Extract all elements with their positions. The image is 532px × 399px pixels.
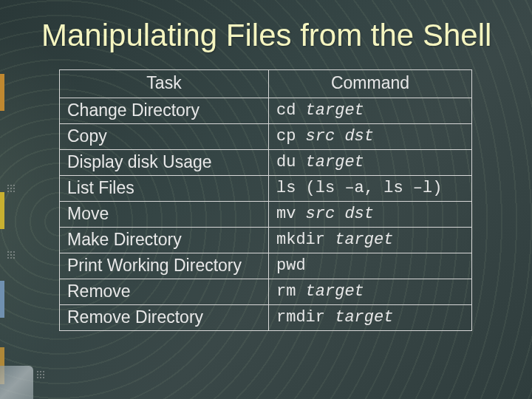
command-arg: target <box>306 101 364 120</box>
cell-task: Change Directory <box>60 98 269 124</box>
cell-task: Make Directory <box>60 228 269 253</box>
cell-task: Print Working Directory <box>60 253 269 279</box>
cell-command: pwd <box>269 253 472 279</box>
command-arg: target <box>306 153 364 171</box>
command-name: cp <box>276 127 296 146</box>
table-row: Removerm target <box>60 279 472 305</box>
command-arg: target <box>335 308 393 327</box>
decoration-dots <box>7 185 30 207</box>
cell-command: du target <box>269 150 472 176</box>
table-row: Display disk Usagedu target <box>60 150 472 176</box>
table-row: Make Directorymkdir target <box>60 228 472 253</box>
page-corner-fold <box>0 366 33 399</box>
cell-command: mv src dst <box>269 202 472 228</box>
command-tail: (ls –a, ls –l) <box>306 179 443 197</box>
command-arg: src dst <box>306 205 374 223</box>
cell-command: cp src dst <box>269 124 472 150</box>
accent-stripe <box>0 74 4 111</box>
decoration-dots <box>7 251 30 273</box>
command-name: du <box>276 153 296 171</box>
table-row: Print Working Directorypwd <box>60 253 472 279</box>
command-arg: src dst <box>306 127 374 146</box>
command-name: cd <box>276 101 296 120</box>
command-arg: target <box>306 282 364 301</box>
command-name: rmdir <box>276 308 325 327</box>
cell-task: Display disk Usage <box>60 150 269 176</box>
header-task: Task <box>60 70 269 98</box>
command-name: mkdir <box>276 231 325 249</box>
cell-command: ls (ls –a, ls –l) <box>269 176 472 202</box>
accent-stripe <box>0 192 4 229</box>
command-arg: target <box>335 231 393 249</box>
commands-table: Task Command Change Directorycd targetCo… <box>59 69 472 331</box>
command-name: ls <box>276 179 296 197</box>
cell-task: Remove Directory <box>60 305 269 331</box>
cell-task: Remove <box>60 279 269 305</box>
header-command: Command <box>269 70 472 98</box>
table-row: Change Directorycd target <box>60 98 472 124</box>
cell-command: cd target <box>269 98 472 124</box>
command-name: pwd <box>276 256 306 275</box>
table-row: Movemv src dst <box>60 202 472 228</box>
cell-command: rm target <box>269 279 472 305</box>
decoration-dots <box>37 371 59 393</box>
accent-stripe <box>0 281 4 318</box>
cell-task: List Files <box>60 176 269 202</box>
table-row: Remove Directoryrmdir target <box>60 305 472 331</box>
slide-title: Manipulating Files from the Shell <box>0 0 532 53</box>
table-row: Copycp src dst <box>60 124 472 150</box>
cell-task: Move <box>60 202 269 228</box>
command-name: mv <box>276 205 296 223</box>
table-row: List Filesls (ls –a, ls –l) <box>60 176 472 202</box>
cell-command: rmdir target <box>269 305 472 331</box>
cell-command: mkdir target <box>269 228 472 253</box>
command-name: rm <box>276 282 296 301</box>
cell-task: Copy <box>60 124 269 150</box>
